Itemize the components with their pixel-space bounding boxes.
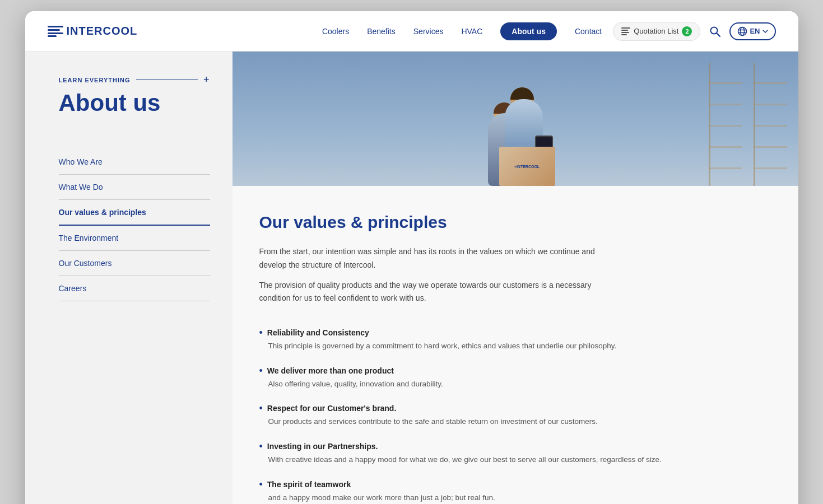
sidebar-item-environment[interactable]: The Environment [59, 226, 210, 251]
bullet-3: • [259, 403, 263, 413]
bullet-5: • [259, 479, 263, 489]
bullet-4: • [259, 441, 263, 451]
svg-line-9 [717, 33, 720, 36]
sidebar-item-who-we-are[interactable]: Who We Are [59, 150, 210, 175]
nav-benefits[interactable]: Benefits [367, 27, 396, 36]
list-item-investing-desc: With creative ideas and a happy mood for… [259, 454, 765, 466]
sidebar-expand-icon[interactable]: + [203, 74, 210, 86]
bullet-1: • [259, 328, 263, 338]
content-heading: Our values & principles [259, 213, 765, 232]
nav-links: Coolers Benefits Services HVAC About us … [322, 22, 602, 40]
sidebar-item-what-we-do[interactable]: What We Do [59, 175, 210, 200]
hero-image: ≡INTERCOOL [233, 52, 798, 186]
list-item-reliability: • Reliability and Consistency This princ… [259, 328, 765, 352]
bullet-2: • [259, 366, 263, 376]
learn-label: LEARN EVERYTHING [59, 77, 131, 83]
list-item-teamwork-label: The spirit of teamwork [267, 480, 351, 489]
learn-line [136, 80, 198, 80]
nav-about-us[interactable]: About us [500, 22, 557, 40]
hero-scene: ≡INTERCOOL [233, 52, 798, 186]
list-item-investing: • Investing in our Partnerships. With cr… [259, 441, 765, 466]
list-item-deliver: • We deliver more than one product Also … [259, 366, 765, 390]
sidebar-item-customers[interactable]: Our Customers [59, 251, 210, 276]
content-intro-1: From the start, our intention was simple… [259, 245, 618, 272]
sidebar-page-title: About us [59, 90, 210, 116]
sidebar: LEARN EVERYTHING + About us Who We Are W… [25, 52, 233, 504]
svg-point-11 [741, 27, 745, 35]
list-item-respect-desc: Our products and services contribute to … [259, 416, 765, 428]
svg-rect-7 [621, 34, 627, 35]
navbar: INTERCOOL Coolers Benefits Services HVAC… [25, 11, 798, 52]
logo[interactable]: INTERCOOL [48, 25, 138, 38]
sidebar-nav: Who We Are What We Do Our values & princ… [59, 150, 210, 301]
sidebar-item-careers[interactable]: Careers [59, 276, 210, 301]
search-button[interactable] [707, 24, 723, 39]
logo-icon [48, 26, 63, 37]
carton-box: ≡INTERCOOL [499, 147, 555, 186]
list-item-investing-title: • Investing in our Partnerships. [259, 441, 765, 451]
lang-label: EN [750, 27, 760, 35]
quotation-label: Quotation List [634, 27, 678, 35]
list-item-reliability-title: • Reliability and Consistency [259, 328, 765, 338]
figure-group: ≡INTERCOOL [488, 99, 543, 186]
list-icon [621, 27, 630, 35]
content-section: Our values & principles From the start, … [233, 186, 798, 504]
nav-coolers[interactable]: Coolers [322, 27, 349, 36]
svg-rect-0 [48, 26, 63, 27]
main-layout: LEARN EVERYTHING + About us Who We Are W… [25, 52, 798, 504]
content-area: ≡INTERCOOL [233, 52, 798, 504]
chevron-down-icon [762, 30, 768, 33]
sidebar-learn-label: LEARN EVERYTHING + [59, 74, 210, 86]
values-list: • Reliability and Consistency This princ… [259, 328, 765, 503]
svg-rect-6 [621, 32, 629, 33]
svg-rect-2 [48, 32, 63, 34]
person-2-hair [510, 87, 534, 100]
list-item-teamwork-title: • The spirit of teamwork [259, 479, 765, 489]
nav-services[interactable]: Services [413, 27, 444, 36]
svg-rect-5 [621, 30, 628, 31]
list-item-respect: • Respect for our Customer's brand. Our … [259, 403, 765, 428]
svg-rect-4 [621, 27, 630, 29]
language-selector[interactable]: EN [729, 22, 775, 40]
globe-icon [737, 26, 747, 36]
nav-contact[interactable]: Contact [575, 27, 602, 36]
list-item-teamwork: • The spirit of teamwork and a happy moo… [259, 479, 765, 504]
svg-point-10 [738, 27, 747, 35]
content-intro-2: The provision of quality products and th… [259, 279, 618, 306]
list-item-reliability-desc: This principle is governed by a commitme… [259, 340, 765, 352]
sidebar-item-our-values[interactable]: Our values & principles [59, 200, 210, 226]
search-icon [709, 26, 720, 37]
svg-rect-3 [48, 35, 57, 37]
list-item-investing-label: Investing in our Partnerships. [267, 442, 378, 451]
list-item-reliability-label: Reliability and Consistency [267, 328, 369, 337]
nav-actions: Quotation List 2 EN [613, 22, 775, 41]
list-item-deliver-title: • We deliver more than one product [259, 366, 765, 376]
list-item-deliver-label: We deliver more than one product [267, 366, 394, 375]
list-item-respect-title: • Respect for our Customer's brand. [259, 403, 765, 413]
carton-logo: ≡INTERCOOL [514, 165, 540, 169]
quotation-badge: 2 [682, 26, 692, 36]
quotation-list-button[interactable]: Quotation List 2 [613, 22, 700, 41]
list-item-teamwork-desc: and a happy mood make our work more than… [259, 492, 765, 504]
list-item-deliver-desc: Also offering value, quality, innovation… [259, 378, 765, 390]
svg-rect-1 [48, 29, 60, 31]
browser-window: INTERCOOL Coolers Benefits Services HVAC… [25, 11, 798, 504]
brand-name: INTERCOOL [67, 25, 138, 38]
list-item-respect-label: Respect for our Customer's brand. [267, 404, 396, 413]
nav-hvac[interactable]: HVAC [461, 27, 482, 36]
